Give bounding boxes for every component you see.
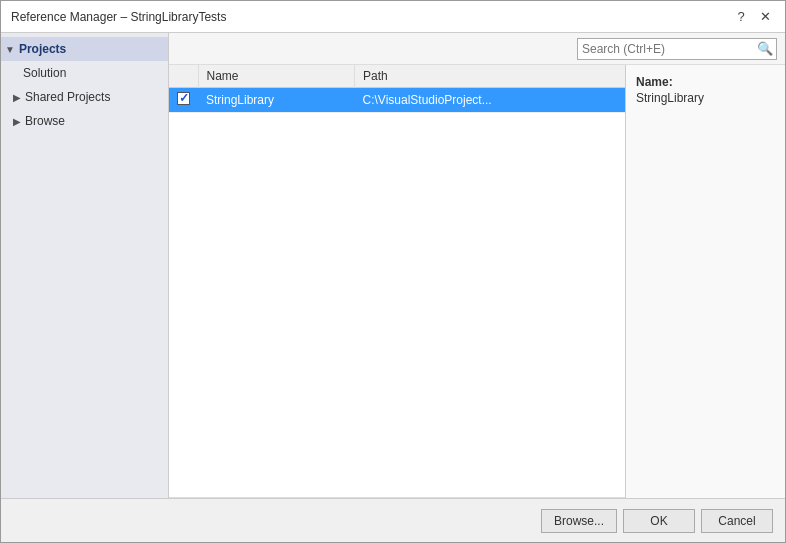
- dialog: Reference Manager – StringLibraryTests ?…: [0, 0, 786, 543]
- sidebar-shared-projects-label: Shared Projects: [25, 90, 110, 104]
- top-bar: 🔍: [169, 33, 785, 65]
- search-box[interactable]: 🔍: [577, 38, 777, 60]
- col-header-checkbox: [169, 65, 198, 88]
- row-checkbox-cell: [169, 88, 198, 113]
- references-table: Name Path StringLibraryC:\VisualStudioPr…: [169, 65, 625, 113]
- table-row[interactable]: StringLibraryC:\VisualStudioProject...: [169, 88, 625, 113]
- footer: Browse... OK Cancel: [1, 498, 785, 542]
- search-input[interactable]: [578, 42, 754, 56]
- detail-panel: Name: StringLibrary: [625, 65, 785, 498]
- detail-name-value: StringLibrary: [636, 91, 775, 105]
- sidebar-solution-label: Solution: [23, 66, 66, 80]
- sidebar-section-label: Projects: [19, 42, 66, 56]
- sidebar-item-shared-projects[interactable]: ▶ Shared Projects: [1, 85, 168, 109]
- cancel-button[interactable]: Cancel: [701, 509, 773, 533]
- col-header-name: Name: [198, 65, 355, 88]
- sidebar-browse-label: Browse: [25, 114, 65, 128]
- row-path: C:\VisualStudioProject...: [355, 88, 625, 113]
- content-area: ▼ Projects Solution ▶ Shared Projects ▶ …: [1, 33, 785, 498]
- shared-projects-arrow: ▶: [13, 92, 21, 103]
- sidebar: ▼ Projects Solution ▶ Shared Projects ▶ …: [1, 33, 169, 498]
- table-area: Name Path StringLibraryC:\VisualStudioPr…: [169, 65, 625, 498]
- row-checkbox[interactable]: [177, 92, 190, 105]
- search-icon-button[interactable]: 🔍: [754, 38, 776, 60]
- projects-arrow: ▼: [5, 44, 15, 55]
- row-name: StringLibrary: [198, 88, 355, 113]
- sidebar-item-browse[interactable]: ▶ Browse: [1, 109, 168, 133]
- browse-button[interactable]: Browse...: [541, 509, 617, 533]
- title-bar: Reference Manager – StringLibraryTests ?…: [1, 1, 785, 33]
- title-bar-controls: ? ✕: [731, 7, 775, 27]
- main-panel: 🔍 Name Path: [169, 33, 785, 498]
- col-header-path: Path: [355, 65, 625, 88]
- help-button[interactable]: ?: [731, 7, 751, 27]
- ok-button[interactable]: OK: [623, 509, 695, 533]
- sidebar-section-projects[interactable]: ▼ Projects: [1, 37, 168, 61]
- detail-name-label: Name:: [636, 75, 775, 89]
- sidebar-item-solution[interactable]: Solution: [1, 61, 168, 85]
- search-icon: 🔍: [757, 41, 773, 56]
- window-title: Reference Manager – StringLibraryTests: [11, 10, 226, 24]
- table-header-row: Name Path: [169, 65, 625, 88]
- close-button[interactable]: ✕: [755, 7, 775, 27]
- browse-arrow: ▶: [13, 116, 21, 127]
